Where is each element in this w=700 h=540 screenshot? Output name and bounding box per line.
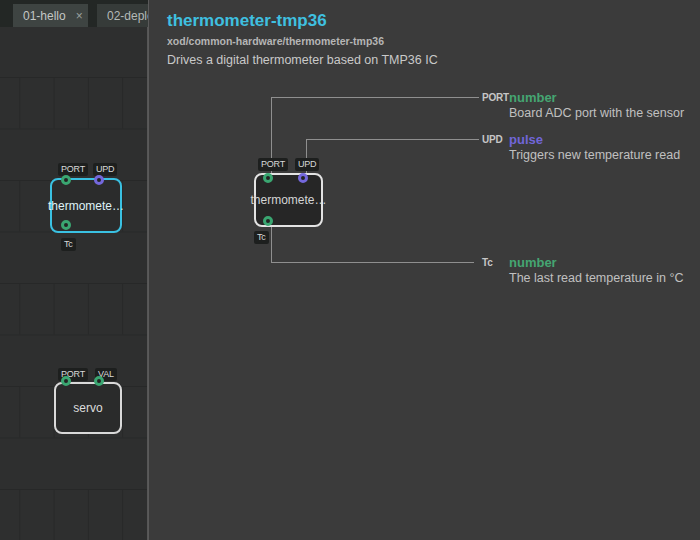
pin-doc-type: pulse: [509, 132, 543, 147]
wire-tc-vertical: [271, 227, 272, 262]
pin-port-input: [263, 173, 273, 183]
pin-doc-name: UPD: [482, 134, 503, 145]
pin-upd-input: [298, 173, 308, 183]
node-label: servo: [73, 401, 102, 415]
pin-val-input[interactable]: [94, 376, 104, 386]
pin-doc-description: The last read temperature in °C: [509, 271, 684, 285]
pin-doc-description: Triggers new temperature read: [509, 148, 680, 162]
tab-bar: 01-hello × 02-deplo: [0, 0, 148, 27]
pin-doc-description: Board ADC port with the sensor: [509, 106, 684, 120]
pin-doc-type: number: [509, 90, 557, 105]
pin-label-port: PORT: [258, 158, 288, 171]
pin-port-input[interactable]: [61, 175, 71, 185]
patch-title: thermometer-tmp36: [167, 11, 327, 31]
pin-port-input[interactable]: [61, 376, 71, 386]
pin-doc-name: PORT: [482, 92, 509, 103]
pin-doc-type: number: [509, 255, 557, 270]
tab-label: 02-deplo: [107, 9, 148, 23]
wire-upd-horizontal: [306, 139, 479, 140]
pin-label-port: PORT: [58, 163, 88, 176]
wire-port-horizontal: [271, 97, 479, 98]
patch-canvas[interactable]: PORT UPD thermomete… Tc PORT VAL servo: [0, 27, 148, 540]
pin-label-tc: Tc: [254, 231, 269, 244]
pin-label-upd: UPD: [295, 158, 319, 171]
tab-label: 01-hello: [23, 9, 66, 23]
patch-path: xod/common-hardware/thermometer-tmp36: [167, 35, 384, 47]
patch-description: Drives a digital thermometer based on TM…: [167, 53, 438, 67]
patch-editor: 01-hello × 02-deplo PORT UPD thermomete……: [0, 0, 148, 540]
tab-01-hello[interactable]: 01-hello ×: [13, 4, 88, 27]
pin-tc-output: [263, 216, 273, 226]
node-label: thermomete…: [48, 199, 124, 213]
pin-doc-name: Tc: [482, 257, 493, 268]
wire-tc-horizontal: [271, 262, 474, 263]
pin-label-upd: UPD: [93, 163, 117, 176]
pin-label-tc: Tc: [61, 238, 76, 251]
quick-help-panel: thermometer-tmp36 xod/common-hardware/th…: [148, 0, 700, 540]
close-icon[interactable]: ×: [76, 9, 83, 23]
xod-ide-window: 01-hello × 02-deplo PORT UPD thermomete……: [0, 0, 700, 540]
pin-tc-output[interactable]: [61, 220, 71, 230]
node-label: thermomete…: [250, 193, 326, 207]
node-servo[interactable]: servo: [54, 382, 122, 434]
tab-02-deploy[interactable]: 02-deplo: [97, 4, 148, 27]
pin-upd-input[interactable]: [94, 175, 104, 185]
